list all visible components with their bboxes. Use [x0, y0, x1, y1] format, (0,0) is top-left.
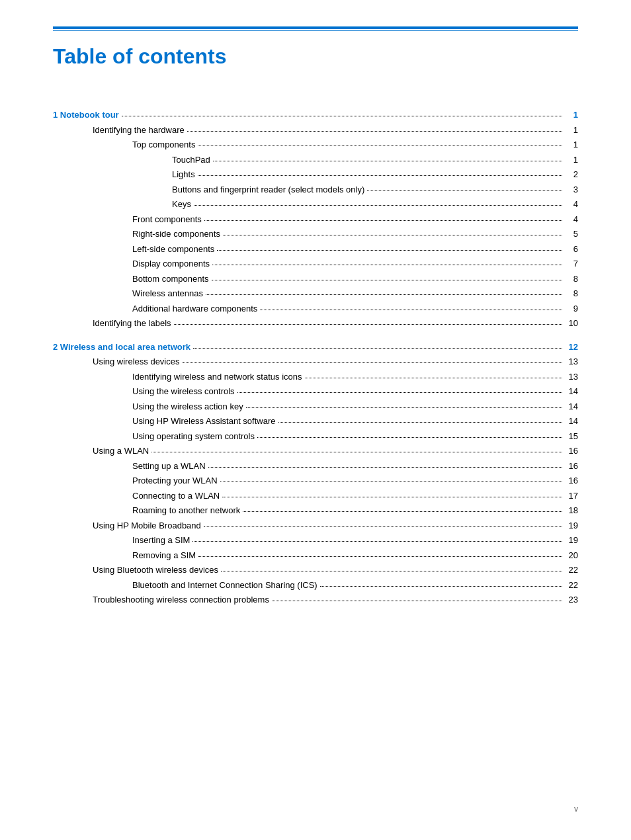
toc-entry-text: Top components: [132, 138, 195, 151]
page-footer: v: [574, 804, 578, 814]
toc-dots: [206, 294, 562, 295]
toc-page-number: 1: [565, 108, 578, 122]
toc-entry-text: Front components: [132, 213, 202, 226]
toc-dots: [260, 310, 562, 310]
toc-page-number: 2: [565, 168, 578, 181]
top-border-thin: [53, 30, 578, 31]
toc-entry-text: Wireless antennas: [132, 287, 203, 300]
toc-page-number: 8: [565, 273, 578, 286]
toc-dots: [367, 190, 562, 191]
toc-dots: [237, 392, 562, 393]
toc-page-number: 14: [565, 415, 578, 428]
toc-entry-text: Identifying the labels: [93, 317, 171, 330]
toc-dots: [198, 175, 562, 176]
toc-entry: TouchPad1: [53, 153, 578, 167]
toc-page-number: 19: [565, 519, 578, 532]
toc-dots: [212, 280, 562, 280]
page-title: Table of contents: [53, 44, 578, 69]
toc-entry-text: Connecting to a WLAN: [132, 489, 220, 503]
toc-entry-text: Keys: [172, 198, 191, 211]
toc-dots: [151, 452, 562, 452]
toc-entry-text: Buttons and fingerprint reader (select m…: [172, 183, 364, 196]
toc-dots: [122, 116, 562, 116]
toc-page-number: 23: [565, 593, 578, 607]
toc-entry-text: Using wireless devices: [93, 355, 180, 368]
toc-entry: Bottom components8: [53, 273, 578, 286]
toc-page-number: 16: [565, 444, 578, 458]
toc-entry: Setting up a WLAN16: [53, 460, 578, 473]
toc-entry-text: Troubleshooting wireless connection prob…: [93, 593, 269, 607]
toc-dots: [246, 407, 562, 408]
toc-page-number: 19: [565, 534, 578, 547]
toc-entry: Using operating system controls15: [53, 430, 578, 443]
toc-dots: [193, 348, 562, 349]
toc-dots: [243, 511, 562, 512]
toc-dots: [194, 205, 562, 206]
toc-dots: [272, 601, 562, 601]
toc-page-number: 16: [565, 460, 578, 473]
toc-entry-text: Setting up a WLAN: [132, 460, 206, 473]
toc-entry: 2 Wireless and local area network12: [53, 341, 578, 354]
toc-entry-text: Bottom components: [132, 273, 209, 286]
toc-entry-text: Identifying wireless and network status …: [132, 370, 302, 384]
toc-entry-text: Inserting a SIM: [132, 534, 190, 547]
toc-entry: Top components1: [53, 138, 578, 151]
toc-entry-text: TouchPad: [172, 153, 210, 167]
toc-entry: Using the wireless controls14: [53, 385, 578, 398]
toc-page-number: 22: [565, 564, 578, 577]
toc-entry: Lights2: [53, 168, 578, 181]
toc-entry: Left-side components6: [53, 243, 578, 256]
toc-dots: [221, 571, 562, 571]
toc-dots: [213, 161, 562, 161]
top-border-thick: [53, 26, 578, 29]
toc-entry-text: Lights: [172, 168, 195, 181]
toc-entry-text: Using operating system controls: [132, 430, 255, 443]
toc-entry-text: Using HP Wireless Assistant software: [132, 415, 276, 428]
toc-dots: [174, 324, 562, 325]
toc-page-number: 7: [565, 257, 578, 271]
toc-entry-text: Right-side components: [132, 228, 220, 241]
toc-entry: Buttons and fingerprint reader (select m…: [53, 183, 578, 196]
toc-entry-text: Roaming to another network: [132, 504, 240, 517]
toc-entry: Using the wireless action key14: [53, 400, 578, 413]
toc-entry-text: Using HP Mobile Broadband: [93, 519, 201, 532]
toc-entry: Connecting to a WLAN17: [53, 489, 578, 503]
toc-dots: [192, 541, 562, 542]
toc-dots: [257, 437, 562, 438]
toc-page-number: 18: [565, 504, 578, 517]
toc-entry: Using HP Mobile Broadband19: [53, 519, 578, 532]
toc-entry: Using HP Wireless Assistant software14: [53, 415, 578, 428]
toc-page-number: 14: [565, 400, 578, 413]
toc-page-number: 6: [565, 243, 578, 256]
toc-entry-text: Removing a SIM: [132, 549, 196, 562]
toc-page-number: 12: [565, 341, 578, 354]
toc-entry: 1 Notebook tour1: [53, 108, 578, 122]
toc-dots: [204, 220, 562, 221]
toc-entry: Using wireless devices13: [53, 355, 578, 368]
toc-entry: Right-side components5: [53, 228, 578, 241]
toc-page-number: 4: [565, 213, 578, 226]
toc-dots: [212, 265, 562, 265]
toc-page-number: 9: [565, 302, 578, 315]
toc-entry-text: Additional hardware components: [132, 302, 257, 315]
toc-entry: Using Bluetooth wireless devices22: [53, 564, 578, 577]
toc-dots: [187, 131, 562, 132]
toc-entry-text: 2 Wireless and local area network: [53, 341, 190, 354]
toc-entry: Protecting your WLAN16: [53, 474, 578, 487]
toc-entry: Additional hardware components9: [53, 302, 578, 315]
toc-page-number: 1: [565, 153, 578, 167]
toc-dots: [305, 378, 562, 378]
toc-entry: Front components4: [53, 213, 578, 226]
toc-entry: Display components7: [53, 257, 578, 271]
toc-entry-text: Display components: [132, 257, 210, 271]
toc-dots: [320, 586, 562, 587]
toc-page-number: 4: [565, 198, 578, 211]
toc-entry: Keys4: [53, 198, 578, 211]
toc-dots: [217, 250, 562, 251]
toc-dots: [222, 497, 562, 497]
toc-dots: [278, 422, 563, 423]
toc-entry: Removing a SIM20: [53, 549, 578, 562]
toc-page-number: 22: [565, 579, 578, 592]
toc-page-number: 1: [565, 124, 578, 137]
toc-page-number: 8: [565, 287, 578, 300]
